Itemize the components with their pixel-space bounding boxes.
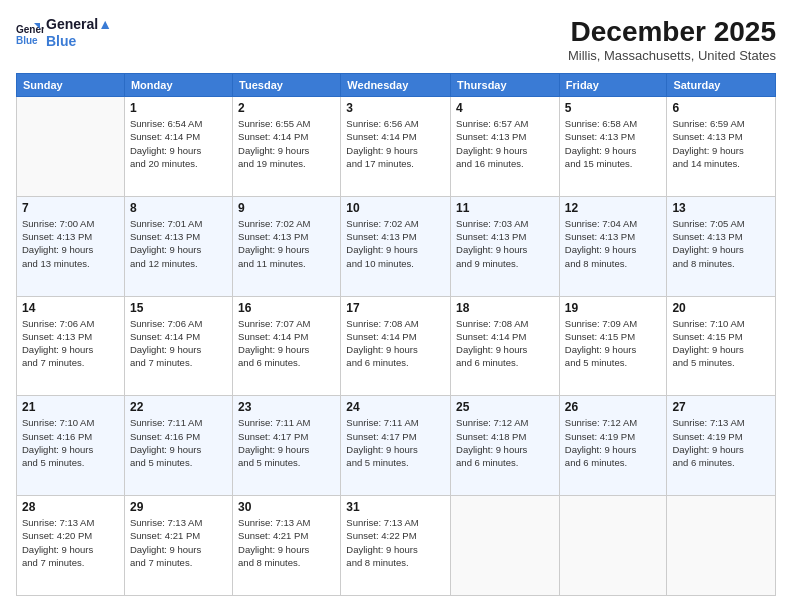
day-info: Sunrise: 7:08 AM Sunset: 4:14 PM Dayligh… <box>456 317 554 370</box>
calendar-cell: 22Sunrise: 7:11 AM Sunset: 4:16 PM Dayli… <box>124 396 232 496</box>
day-number: 22 <box>130 400 227 414</box>
day-number: 26 <box>565 400 662 414</box>
header-cell-friday: Friday <box>559 74 667 97</box>
day-number: 23 <box>238 400 335 414</box>
day-info: Sunrise: 6:59 AM Sunset: 4:13 PM Dayligh… <box>672 117 770 170</box>
day-number: 18 <box>456 301 554 315</box>
calendar-row: 14Sunrise: 7:06 AM Sunset: 4:13 PM Dayli… <box>17 296 776 396</box>
logo-blue: Blue <box>46 33 112 50</box>
day-number: 25 <box>456 400 554 414</box>
calendar-cell: 23Sunrise: 7:11 AM Sunset: 4:17 PM Dayli… <box>233 396 341 496</box>
day-number: 16 <box>238 301 335 315</box>
day-number: 11 <box>456 201 554 215</box>
calendar-cell: 26Sunrise: 7:12 AM Sunset: 4:19 PM Dayli… <box>559 396 667 496</box>
calendar-cell: 4Sunrise: 6:57 AM Sunset: 4:13 PM Daylig… <box>451 97 560 197</box>
day-number: 27 <box>672 400 770 414</box>
day-info: Sunrise: 7:11 AM Sunset: 4:17 PM Dayligh… <box>238 416 335 469</box>
title-section: December 2025 Millis, Massachusetts, Uni… <box>568 16 776 63</box>
day-info: Sunrise: 7:06 AM Sunset: 4:14 PM Dayligh… <box>130 317 227 370</box>
calendar-row: 21Sunrise: 7:10 AM Sunset: 4:16 PM Dayli… <box>17 396 776 496</box>
day-info: Sunrise: 6:56 AM Sunset: 4:14 PM Dayligh… <box>346 117 445 170</box>
day-number: 14 <box>22 301 119 315</box>
day-number: 31 <box>346 500 445 514</box>
calendar-cell: 21Sunrise: 7:10 AM Sunset: 4:16 PM Dayli… <box>17 396 125 496</box>
day-info: Sunrise: 7:12 AM Sunset: 4:18 PM Dayligh… <box>456 416 554 469</box>
day-info: Sunrise: 7:01 AM Sunset: 4:13 PM Dayligh… <box>130 217 227 270</box>
day-number: 9 <box>238 201 335 215</box>
day-number: 2 <box>238 101 335 115</box>
header-row: SundayMondayTuesdayWednesdayThursdayFrid… <box>17 74 776 97</box>
day-info: Sunrise: 6:58 AM Sunset: 4:13 PM Dayligh… <box>565 117 662 170</box>
day-info: Sunrise: 7:09 AM Sunset: 4:15 PM Dayligh… <box>565 317 662 370</box>
day-number: 3 <box>346 101 445 115</box>
day-info: Sunrise: 7:03 AM Sunset: 4:13 PM Dayligh… <box>456 217 554 270</box>
calendar-cell: 17Sunrise: 7:08 AM Sunset: 4:14 PM Dayli… <box>341 296 451 396</box>
calendar-row: 7Sunrise: 7:00 AM Sunset: 4:13 PM Daylig… <box>17 196 776 296</box>
calendar-cell: 1Sunrise: 6:54 AM Sunset: 4:14 PM Daylig… <box>124 97 232 197</box>
calendar-cell <box>667 496 776 596</box>
calendar-cell: 16Sunrise: 7:07 AM Sunset: 4:14 PM Dayli… <box>233 296 341 396</box>
page: General Blue General▲ Blue December 2025… <box>0 0 792 612</box>
header-cell-monday: Monday <box>124 74 232 97</box>
header-cell-tuesday: Tuesday <box>233 74 341 97</box>
day-info: Sunrise: 7:13 AM Sunset: 4:20 PM Dayligh… <box>22 516 119 569</box>
calendar-row: 28Sunrise: 7:13 AM Sunset: 4:20 PM Dayli… <box>17 496 776 596</box>
day-info: Sunrise: 6:55 AM Sunset: 4:14 PM Dayligh… <box>238 117 335 170</box>
day-number: 8 <box>130 201 227 215</box>
calendar-cell: 14Sunrise: 7:06 AM Sunset: 4:13 PM Dayli… <box>17 296 125 396</box>
day-number: 1 <box>130 101 227 115</box>
day-info: Sunrise: 7:04 AM Sunset: 4:13 PM Dayligh… <box>565 217 662 270</box>
day-number: 17 <box>346 301 445 315</box>
header-cell-saturday: Saturday <box>667 74 776 97</box>
calendar-cell: 24Sunrise: 7:11 AM Sunset: 4:17 PM Dayli… <box>341 396 451 496</box>
header: General Blue General▲ Blue December 2025… <box>16 16 776 63</box>
calendar-cell <box>17 97 125 197</box>
calendar-row: 1Sunrise: 6:54 AM Sunset: 4:14 PM Daylig… <box>17 97 776 197</box>
calendar-cell: 10Sunrise: 7:02 AM Sunset: 4:13 PM Dayli… <box>341 196 451 296</box>
location: Millis, Massachusetts, United States <box>568 48 776 63</box>
day-info: Sunrise: 7:07 AM Sunset: 4:14 PM Dayligh… <box>238 317 335 370</box>
day-number: 15 <box>130 301 227 315</box>
day-info: Sunrise: 7:11 AM Sunset: 4:17 PM Dayligh… <box>346 416 445 469</box>
day-number: 21 <box>22 400 119 414</box>
header-cell-sunday: Sunday <box>17 74 125 97</box>
calendar-cell: 29Sunrise: 7:13 AM Sunset: 4:21 PM Dayli… <box>124 496 232 596</box>
day-number: 4 <box>456 101 554 115</box>
day-info: Sunrise: 7:13 AM Sunset: 4:21 PM Dayligh… <box>130 516 227 569</box>
calendar-cell: 7Sunrise: 7:00 AM Sunset: 4:13 PM Daylig… <box>17 196 125 296</box>
day-info: Sunrise: 7:05 AM Sunset: 4:13 PM Dayligh… <box>672 217 770 270</box>
month-title: December 2025 <box>568 16 776 48</box>
day-info: Sunrise: 7:11 AM Sunset: 4:16 PM Dayligh… <box>130 416 227 469</box>
calendar-cell: 6Sunrise: 6:59 AM Sunset: 4:13 PM Daylig… <box>667 97 776 197</box>
day-info: Sunrise: 7:13 AM Sunset: 4:22 PM Dayligh… <box>346 516 445 569</box>
day-number: 13 <box>672 201 770 215</box>
calendar-cell: 5Sunrise: 6:58 AM Sunset: 4:13 PM Daylig… <box>559 97 667 197</box>
day-info: Sunrise: 7:02 AM Sunset: 4:13 PM Dayligh… <box>346 217 445 270</box>
calendar-cell <box>451 496 560 596</box>
day-info: Sunrise: 7:13 AM Sunset: 4:19 PM Dayligh… <box>672 416 770 469</box>
day-info: Sunrise: 7:06 AM Sunset: 4:13 PM Dayligh… <box>22 317 119 370</box>
day-number: 10 <box>346 201 445 215</box>
calendar-cell: 28Sunrise: 7:13 AM Sunset: 4:20 PM Dayli… <box>17 496 125 596</box>
calendar-cell: 9Sunrise: 7:02 AM Sunset: 4:13 PM Daylig… <box>233 196 341 296</box>
calendar-cell: 8Sunrise: 7:01 AM Sunset: 4:13 PM Daylig… <box>124 196 232 296</box>
calendar-cell: 19Sunrise: 7:09 AM Sunset: 4:15 PM Dayli… <box>559 296 667 396</box>
day-number: 12 <box>565 201 662 215</box>
calendar-cell: 20Sunrise: 7:10 AM Sunset: 4:15 PM Dayli… <box>667 296 776 396</box>
day-info: Sunrise: 7:12 AM Sunset: 4:19 PM Dayligh… <box>565 416 662 469</box>
calendar-cell: 31Sunrise: 7:13 AM Sunset: 4:22 PM Dayli… <box>341 496 451 596</box>
day-number: 24 <box>346 400 445 414</box>
calendar-cell: 30Sunrise: 7:13 AM Sunset: 4:21 PM Dayli… <box>233 496 341 596</box>
day-number: 28 <box>22 500 119 514</box>
day-info: Sunrise: 6:54 AM Sunset: 4:14 PM Dayligh… <box>130 117 227 170</box>
header-cell-wednesday: Wednesday <box>341 74 451 97</box>
day-number: 6 <box>672 101 770 115</box>
day-number: 29 <box>130 500 227 514</box>
day-info: Sunrise: 6:57 AM Sunset: 4:13 PM Dayligh… <box>456 117 554 170</box>
logo-icon: General Blue <box>16 19 44 47</box>
calendar-cell: 2Sunrise: 6:55 AM Sunset: 4:14 PM Daylig… <box>233 97 341 197</box>
calendar-cell: 27Sunrise: 7:13 AM Sunset: 4:19 PM Dayli… <box>667 396 776 496</box>
day-info: Sunrise: 7:00 AM Sunset: 4:13 PM Dayligh… <box>22 217 119 270</box>
header-cell-thursday: Thursday <box>451 74 560 97</box>
logo-general: General▲ <box>46 16 112 33</box>
